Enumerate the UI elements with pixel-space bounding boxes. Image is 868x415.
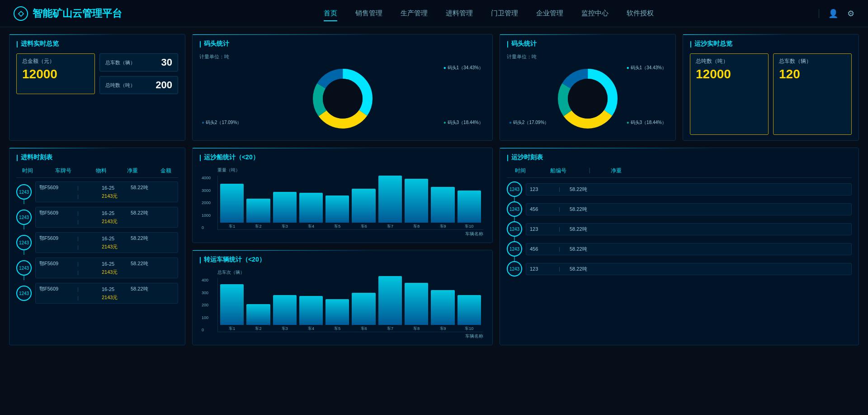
ys-col-ship: 船编号 [536, 167, 581, 175]
transfer-x-axis-title: 车辆名称 [217, 333, 483, 339]
y-label-1000: 1000 [202, 213, 211, 218]
ys-col-time: 时间 [507, 167, 534, 175]
ys-weight-2: 58.22吨 [570, 226, 601, 233]
transfer-y-labels: 400 300 200 100 0 [202, 278, 208, 332]
ys-col-sep: | [583, 167, 596, 175]
right-stats: 总车数（辆） 30 总吨数（吨） 200 [99, 53, 178, 94]
nav-item-enterprise[interactable]: 企业管理 [536, 7, 563, 19]
bar [273, 192, 297, 223]
bar [431, 290, 454, 325]
col-weight: 净重 [117, 167, 148, 175]
ys-weight-3: 58.22吨 [570, 246, 601, 253]
ys-weight-0: 58.22吨 [570, 186, 601, 193]
nav-item-production[interactable]: 生产管理 [401, 7, 428, 19]
bar-label: 车7 [387, 224, 393, 229]
total-cars-value: 30 [161, 57, 172, 68]
bar-label: 车6 [361, 224, 367, 229]
matou2-panel: 码头统计 计量单位：吨 ● 码头1（34.43%） ● 码头3（18.44%） … [500, 34, 676, 141]
yunsha-tons-box: 总吨数（吨） 12000 [690, 53, 769, 135]
bar-group: 车4 [299, 296, 323, 332]
yunsha-grid: 总吨数（吨） 12000 总车数（辆） 120 [690, 53, 852, 135]
yunsha-tons-value: 12000 [696, 67, 763, 81]
schedule-rows: 1243 鄂F5609 | 16-25 58.22吨 | 2143元 1243 … [16, 181, 178, 304]
ys-ship-2: 123 [530, 226, 557, 232]
matou2-donut-svg [552, 62, 624, 135]
bar-label: 车9 [440, 224, 446, 229]
nav-item-inbound[interactable]: 进料管理 [446, 7, 473, 19]
yunsha-title: 运沙实时总览 [690, 40, 852, 48]
timeline-dot-0: 1243 [16, 184, 32, 200]
y-label-2000: 2000 [202, 200, 211, 205]
total-cars-box: 总车数（辆） 30 [99, 53, 178, 72]
bar-label: 车2 [255, 224, 261, 229]
nav-item-license[interactable]: 软件授权 [627, 7, 654, 19]
ships-chart-title: 运沙船统计（<20） [199, 153, 486, 162]
nav-item-sales[interactable]: 销售管理 [355, 7, 382, 19]
y-label-3000: 3000 [202, 188, 211, 193]
ys-ship-3: 456 [530, 246, 557, 252]
bar-group: 车9 [431, 290, 454, 332]
total-amount-box: 总金额（元） 12000 [16, 53, 95, 94]
bar-group: 车7 [378, 276, 402, 332]
timeline-dot-2: 1243 [16, 235, 32, 250]
matou2-legend-1: ● 码头1（34.43%） [627, 65, 666, 71]
total-tons-value: 200 [156, 79, 172, 91]
timeline-dot-3: 1243 [16, 260, 32, 276]
user-icon[interactable]: 👤 [828, 9, 838, 19]
ys-dot-0: 1243 [507, 181, 522, 197]
nav-item-monitor[interactable]: 监控中心 [581, 7, 609, 19]
amount-0: 2143元 [102, 193, 129, 200]
bar-group: 车7 [378, 176, 402, 230]
transfer-chart-panel: 转运车辆统计（<20） 总车次（辆） 400 300 200 100 0 车1车… [192, 250, 493, 345]
timeline-content-0: 鄂F5609 | 16-25 58.22吨 | 2143元 [35, 181, 178, 202]
bar-label: 车4 [308, 326, 314, 332]
matou2-legend-bl: ● 码头2（17.09%） [509, 119, 549, 126]
bar-group: 车6 [352, 293, 375, 332]
bar [431, 187, 454, 223]
ships-x-axis-title: 车辆名称 [217, 231, 483, 237]
material-4: 16-25 [102, 286, 129, 292]
bar-group: 车3 [273, 295, 297, 332]
ys-content-2: 123 | 58.22吨 [526, 223, 852, 235]
header-divider [819, 9, 819, 18]
ys-ship-4: 123 [530, 266, 557, 272]
amount-1: 2143元 [102, 218, 129, 225]
bar-group: 车8 [405, 179, 428, 229]
nav-item-gate[interactable]: 门卫管理 [491, 7, 518, 19]
logo: ◇ 智能矿山云管理平台 [14, 6, 158, 21]
timeline-content-2: 鄂F5609 | 16-25 58.22吨 | 2143元 [35, 232, 178, 253]
bar-label: 车7 [387, 326, 393, 332]
weight-0: 58.22吨 [131, 184, 158, 191]
bar-label: 车6 [361, 326, 367, 332]
col-plate: 车牌号 [41, 167, 86, 175]
bar [326, 299, 349, 325]
ys-content-3: 456 | 58.22吨 [526, 243, 852, 255]
bar [458, 295, 481, 325]
bar [405, 283, 428, 325]
plate-3: 鄂F5609 [39, 260, 75, 267]
bar-group: 车5 [326, 196, 349, 230]
bar-label: 车8 [413, 224, 420, 229]
charts-column: 运沙船统计（<20） 重量（吨） 4000 3000 2000 1000 0 车… [192, 148, 493, 345]
matou1-chart: ● 码头1（34.43%） ● 码头3（18.44%） ● 码头2（17.09%… [199, 62, 486, 135]
bar [352, 293, 375, 325]
matou2-chart: ● 码头1（34.43%） ● 码头3（18.44%） ● 码头2（17.09%… [507, 62, 669, 135]
yunsha-overview-panel: 运沙实时总览 总吨数（吨） 12000 总车数（辆） 120 [683, 34, 859, 141]
bar [299, 193, 323, 223]
ships-y-axis-title: 重量（吨） [217, 167, 483, 173]
svg-point-9 [568, 79, 608, 119]
svg-point-4 [323, 79, 363, 119]
ys-content-1: 456 | 58.22吨 [526, 203, 852, 215]
nav-item-home[interactable]: 首页 [324, 7, 337, 19]
settings-icon[interactable]: ⚙ [847, 9, 854, 19]
bar-label: 车9 [440, 326, 446, 332]
bar-group: 车9 [431, 187, 454, 229]
ys-dot-1: 1243 [507, 201, 522, 217]
amount-4: 2143元 [102, 294, 129, 301]
plate-4: 鄂F5609 [39, 286, 75, 292]
transfer-y-axis-title: 总车次（辆） [217, 269, 483, 276]
matou1-legend-1: ● 码头1（34.43%） [443, 65, 483, 71]
matou2-legend-2: ● 码头2（17.09%） [509, 119, 549, 126]
matou2-title: 码头统计 [507, 40, 669, 48]
table-row: 1243 鄂F5609 | 16-25 58.22吨 | 2143元 [16, 181, 178, 202]
